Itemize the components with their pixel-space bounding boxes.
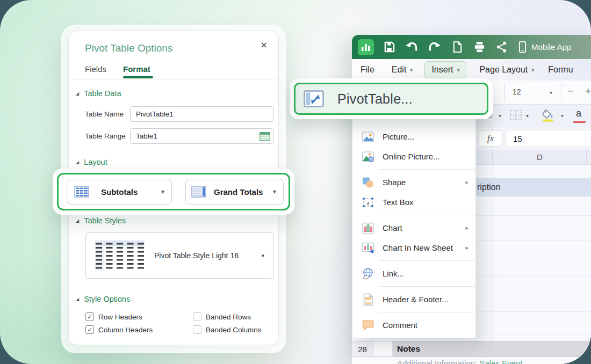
active-tab-underline [123, 76, 153, 78]
fx-button[interactable]: fx [478, 130, 503, 147]
mobile-app-label[interactable]: Mobile App [531, 42, 571, 52]
undo-icon[interactable] [405, 41, 419, 53]
fill-color-dropdown-caret[interactable]: ▾ [561, 113, 564, 119]
menu-formulas-partial[interactable]: Formu [548, 65, 573, 75]
collapse-triangle-icon: ◢ [76, 219, 79, 223]
checkbox-row-headers[interactable]: ✓ Row Headers [85, 312, 142, 321]
new-document-icon[interactable] [452, 41, 463, 53]
menu-file[interactable]: File [361, 65, 374, 75]
menu-bar: File Edit▾ Insert▾ Page Layout▾ Formu [352, 59, 591, 81]
sheet-bottom-rows: 28 Notes Additional Information: Sales E… [352, 341, 591, 364]
section-style-options[interactable]: ◢ Style Options [76, 295, 130, 303]
subtotals-icon [74, 186, 89, 198]
menu-item-pivottable[interactable]: PivotTable... [294, 83, 488, 115]
menu-item-header-footer[interactable]: Header & Footer... [352, 289, 475, 309]
chevron-down-icon: ▾ [161, 188, 164, 195]
notes-cell[interactable]: Notes [393, 341, 591, 357]
checkbox-icon[interactable]: ✓ [85, 312, 94, 321]
grand-totals-dropdown[interactable]: Grand Totals ▾ [185, 179, 284, 205]
checkbox-banded-rows[interactable]: Banded Rows [193, 312, 251, 321]
column-divider [586, 150, 587, 164]
section-table-styles[interactable]: ◢ Table Styles [76, 216, 126, 225]
table-style-dropdown[interactable]: Pivot Table Style Light 16 ▾ [85, 232, 273, 279]
checkbox-icon[interactable] [193, 325, 201, 334]
decrease-font-button[interactable]: − [567, 85, 573, 97]
chevron-down-icon: ▾ [410, 67, 413, 73]
font-color-swatch [573, 121, 586, 123]
menu-item-picture[interactable]: Picture... [352, 127, 475, 147]
close-icon[interactable]: ✕ [261, 41, 268, 50]
comment-icon [362, 319, 374, 331]
menu-page-layout[interactable]: Page Layout▾ [479, 65, 534, 75]
menu-edit[interactable]: Edit▾ [392, 65, 413, 75]
menu-item-link[interactable]: Link... [352, 264, 475, 283]
section-layout[interactable]: ◢ Layout [76, 158, 107, 166]
tabs-divider [69, 79, 278, 79]
link-icon [362, 267, 374, 280]
table-name-input[interactable] [130, 106, 273, 122]
formula-input[interactable]: 15 [506, 130, 591, 147]
font-color-button[interactable]: a [576, 108, 581, 119]
column-divider [492, 150, 493, 164]
menu-item-shape[interactable]: Shape ▸ [352, 172, 475, 192]
menu-divider [379, 215, 475, 215]
mobile-phone-icon[interactable] [518, 41, 527, 53]
page-canvas: Mobile App File Edit▾ Insert▾ Page Layou… [0, 0, 591, 364]
chevron-down-icon: ▾ [261, 252, 264, 259]
checkbox-icon[interactable] [193, 312, 201, 321]
menu-item-chart-in-new-sheet[interactable]: Chart In New Sheet ▸ [352, 238, 475, 258]
pivottable-label: PivotTable... [337, 91, 413, 107]
style-preview-icon [95, 241, 145, 271]
table-range-input[interactable] [130, 128, 273, 144]
menu-divider [379, 312, 475, 312]
table-range-label: Table Range [85, 132, 126, 140]
font-size-value[interactable]: 12 [513, 88, 521, 96]
toolbar-separator [561, 83, 561, 101]
borders-dropdown-caret[interactable]: ▾ [526, 113, 529, 119]
style-name: Pivot Table Style Light 16 [154, 251, 239, 260]
font-size-dropdown-caret[interactable]: ▾ [550, 90, 552, 96]
underline-dropdown-caret[interactable]: ▾ [499, 113, 501, 119]
checkbox-banded-columns[interactable]: Banded Columns [193, 325, 262, 334]
menu-insert[interactable]: Insert▾ [424, 61, 466, 78]
menu-item-online-picture[interactable]: Online Picture... [352, 147, 475, 166]
row-number-cell[interactable]: 28 [352, 341, 373, 357]
checkbox-icon[interactable]: ✓ [85, 325, 94, 334]
chevron-down-icon: ▾ [531, 67, 534, 73]
collapse-triangle-icon: ◢ [76, 297, 79, 302]
menu-divider [379, 169, 475, 170]
cell-text-partial: ription [477, 183, 501, 192]
share-icon[interactable] [496, 41, 507, 53]
checkbox-column-headers[interactable]: ✓ Column Headers [85, 325, 153, 334]
save-icon[interactable] [383, 41, 395, 53]
dialog-title: Pivot Table Options [85, 42, 172, 54]
insert-dropdown-menu: Picture... Online Picture... Shape ▸ a T… [352, 81, 476, 338]
shape-icon [362, 177, 374, 188]
column-header-d[interactable]: D [537, 152, 543, 162]
subtotals-dropdown[interactable]: Subtotals ▾ [67, 179, 172, 205]
app-logo-icon[interactable] [358, 39, 374, 55]
text-box-icon: a [362, 196, 374, 208]
tab-fields[interactable]: Fields [85, 64, 106, 74]
quick-access-toolbar: Mobile App [352, 35, 591, 59]
section-table-data[interactable]: ◢ Table Data [76, 89, 121, 98]
table-name-label: Table Name [85, 110, 124, 118]
grand-totals-icon [191, 186, 206, 198]
menu-item-chart[interactable]: Chart ▸ [352, 218, 475, 238]
header-footer-icon [362, 293, 374, 306]
borders-icon[interactable] [509, 110, 522, 123]
increase-font-button[interactable]: + [585, 85, 591, 97]
empty-cell[interactable] [373, 341, 393, 357]
collapse-triangle-icon: ◢ [76, 160, 79, 165]
menu-divider [379, 286, 475, 287]
svg-text:a: a [367, 199, 370, 206]
print-icon[interactable] [473, 41, 486, 53]
pivottable-icon [304, 90, 324, 107]
menu-item-comment[interactable]: Comment [352, 315, 475, 335]
submenu-arrow-icon: ▸ [465, 224, 469, 231]
tab-format[interactable]: Format [123, 64, 150, 74]
fill-color-icon[interactable] [541, 108, 555, 125]
menu-item-text-box[interactable]: a Text Box [352, 192, 475, 212]
range-picker-icon[interactable] [260, 132, 270, 143]
redo-icon[interactable] [428, 41, 442, 53]
